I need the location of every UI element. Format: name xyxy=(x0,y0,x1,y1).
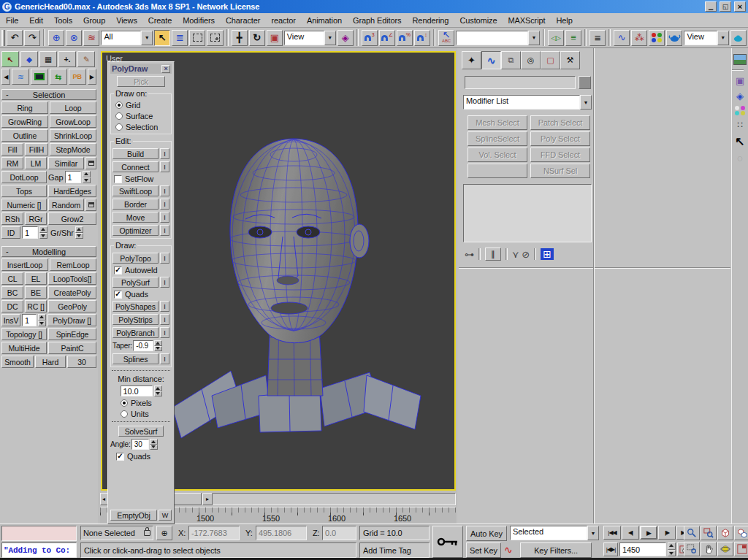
splines-options-button[interactable]: I xyxy=(160,353,169,364)
rsh-button[interactable]: RSh xyxy=(1,212,23,225)
arc-rotate-button[interactable] xyxy=(717,542,733,556)
bc-button[interactable]: BC xyxy=(1,286,23,299)
z-coordinate-field[interactable]: 0.0 xyxy=(322,526,356,540)
cl-button[interactable]: CL xyxy=(1,272,23,285)
smooth-button[interactable]: Smooth xyxy=(1,356,34,368)
fill-button[interactable]: Fill xyxy=(1,143,23,156)
solvesurf-button[interactable]: SolveSurf xyxy=(118,426,164,437)
dock-material-dots-button[interactable] xyxy=(735,106,746,115)
select-and-link-button[interactable]: ⊕ xyxy=(48,30,64,46)
border-button[interactable]: Border xyxy=(112,199,159,210)
menu-rendering[interactable]: Rendering xyxy=(413,16,449,25)
dropdown-arrow-icon[interactable]: ▼ xyxy=(528,31,540,45)
polyshapes-options-button[interactable]: I xyxy=(160,301,169,312)
polysurf-button[interactable]: PolySurf xyxy=(112,277,159,288)
dropdown-arrow-icon[interactable]: ▼ xyxy=(717,31,729,45)
w-button[interactable]: W xyxy=(159,510,172,521)
modelling-rollout-header[interactable]: - Modelling xyxy=(1,246,96,257)
scene-image-button[interactable] xyxy=(733,54,747,65)
select-and-move-button[interactable]: ╋ xyxy=(232,30,248,46)
dropdown-arrow-icon[interactable]: ▼ xyxy=(324,31,336,45)
be-button[interactable]: BE xyxy=(25,286,47,299)
hardedges-button[interactable]: HardEdges xyxy=(48,185,96,197)
angle-spinner[interactable] xyxy=(150,439,158,450)
tab-hierarchy[interactable]: ⧉ xyxy=(501,51,521,69)
poly-select-button[interactable]: Poly Select xyxy=(530,131,590,146)
optimizer-button[interactable]: Optimizer xyxy=(112,225,159,236)
keyboard-shortcut-override-button[interactable]: ↖ABC xyxy=(438,30,454,46)
polytopo-options-button[interactable]: I xyxy=(160,253,169,264)
move-tool-button[interactable]: Move xyxy=(112,212,159,223)
modifier-stack-list[interactable] xyxy=(463,184,592,242)
polydraw-button[interactable]: PolyDraw [] xyxy=(47,314,96,326)
object-color-swatch[interactable] xyxy=(579,76,591,89)
maxscript-mini-listener-pink[interactable] xyxy=(1,526,77,541)
splines-button[interactable]: Splines xyxy=(112,353,159,364)
menu-views[interactable]: Views xyxy=(116,16,137,25)
configure-modifier-sets-button[interactable]: ⊞ xyxy=(541,248,554,260)
polytopo-button[interactable]: PolyTopo xyxy=(112,253,159,264)
pixels-radio[interactable] xyxy=(121,399,128,407)
left-region-button[interactable] xyxy=(31,69,48,85)
random-options-button[interactable] xyxy=(85,199,96,211)
reference-coordinate-dropdown[interactable]: View ▼ xyxy=(284,31,336,45)
menu-graph-editors[interactable]: Graph Editors xyxy=(353,16,402,25)
toolbar-grip[interactable] xyxy=(1,30,5,46)
blank-select-button[interactable] xyxy=(468,164,527,178)
spline-select-button[interactable]: SplineSelect xyxy=(468,131,527,146)
render-view-dropdown[interactable]: View ▼ xyxy=(684,31,728,45)
menu-create[interactable]: Create xyxy=(148,16,172,25)
maxscript-mini-listener-white[interactable]: "Adding to Co: xyxy=(1,542,77,558)
menu-modifiers[interactable]: Modifiers xyxy=(183,16,215,25)
go-to-start-button[interactable]: |◀◀ xyxy=(603,526,621,540)
undo-button[interactable]: ↶ xyxy=(7,30,23,46)
menu-tools[interactable]: Tools xyxy=(54,16,72,25)
make-unique-button[interactable]: ⋎ xyxy=(512,249,519,260)
redo-button[interactable]: ↷ xyxy=(24,30,40,46)
multihide-button[interactable]: MultiHide xyxy=(1,342,47,354)
pick-button[interactable]: Pick xyxy=(117,76,165,87)
polysurf-options-button[interactable]: I xyxy=(160,277,169,288)
x-coordinate-field[interactable]: -172.7683 xyxy=(188,526,240,540)
selection-filter-dropdown[interactable]: All ▼ xyxy=(101,31,153,45)
polyshapes-button[interactable]: PolyShapes xyxy=(112,301,159,312)
spinner-snap-button[interactable]: ↕ xyxy=(414,30,430,46)
unlink-selection-button[interactable]: ⊗ xyxy=(66,30,82,46)
connect-button[interactable]: Connect xyxy=(112,161,159,172)
draw-on-surface-radio[interactable] xyxy=(115,112,123,120)
mesh-select-button[interactable]: Mesh Select xyxy=(468,115,527,130)
draw-on-grid-radio[interactable] xyxy=(115,101,123,109)
dc-button[interactable]: DC xyxy=(1,300,23,312)
remloop-button[interactable]: RemLoop xyxy=(50,258,96,271)
menu-edit[interactable]: Edit xyxy=(29,16,43,25)
quick-render-button[interactable] xyxy=(730,30,747,46)
build-button[interactable]: Build xyxy=(112,148,159,159)
angle-field[interactable]: 30 xyxy=(131,439,149,450)
tops-button[interactable]: Tops xyxy=(1,185,47,197)
insv-button[interactable]: InsV xyxy=(1,314,20,326)
left-polyboost-button[interactable]: PB xyxy=(69,69,86,85)
previous-frame-button[interactable]: ◀| xyxy=(622,526,639,540)
growring-button[interactable]: GrowRing xyxy=(1,115,48,128)
modifier-list-dropdown[interactable]: Modifier List ▼ xyxy=(463,95,592,110)
menu-group[interactable]: Group xyxy=(83,16,105,25)
menu-customize[interactable]: Customize xyxy=(459,16,497,25)
geopoly-button[interactable]: GeoPoly xyxy=(48,300,96,312)
units-radio[interactable] xyxy=(121,410,128,418)
pin-stack-button[interactable]: ⊶ xyxy=(465,249,474,260)
build-options-button[interactable]: I xyxy=(160,148,169,159)
remove-modifier-button[interactable]: ⊘ xyxy=(522,249,530,260)
autoweld-checkbox[interactable]: ✓ xyxy=(114,266,122,275)
object-name-field[interactable] xyxy=(465,76,576,89)
zoom-button[interactable] xyxy=(684,526,700,540)
gap-field[interactable]: 1 xyxy=(65,171,81,183)
rectangular-selection-region-button[interactable] xyxy=(189,30,205,46)
tab-utilities[interactable]: ⚒ xyxy=(560,51,580,69)
polydraw-title-bar[interactable]: PolyDraw × xyxy=(110,64,172,74)
next-frame-button[interactable]: |▶ xyxy=(658,526,676,540)
angle-snap-button[interactable]: ∠ xyxy=(379,30,395,46)
patch-select-button[interactable]: Patch Select xyxy=(530,115,590,130)
hard-button[interactable]: Hard xyxy=(35,356,66,368)
outline-button[interactable]: Outline xyxy=(1,129,48,142)
select-and-scale-button[interactable]: ▣ xyxy=(267,30,283,46)
